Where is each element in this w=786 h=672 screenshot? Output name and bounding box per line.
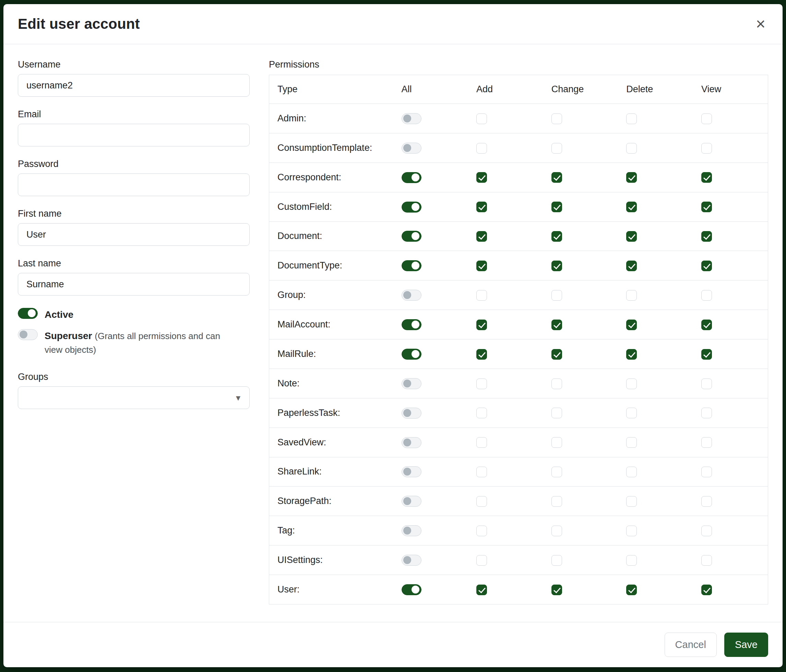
- permission-add-checkbox[interactable]: [476, 143, 487, 154]
- permission-add-checkbox[interactable]: [476, 466, 487, 477]
- superuser-toggle[interactable]: [18, 329, 38, 340]
- permission-change-checkbox[interactable]: [552, 261, 562, 271]
- permission-delete-checkbox[interactable]: [626, 378, 637, 389]
- active-toggle[interactable]: [18, 308, 38, 319]
- permission-delete-checkbox[interactable]: [626, 231, 637, 242]
- permission-change-checkbox[interactable]: [552, 555, 562, 566]
- permission-all-toggle[interactable]: [402, 496, 421, 507]
- permission-delete-checkbox[interactable]: [626, 584, 637, 595]
- permission-add-checkbox[interactable]: [476, 261, 487, 271]
- permission-add-checkbox[interactable]: [476, 496, 487, 507]
- permission-delete-checkbox[interactable]: [626, 496, 637, 507]
- permission-add-checkbox[interactable]: [476, 290, 487, 301]
- permission-add-checkbox[interactable]: [476, 584, 487, 595]
- permission-all-toggle[interactable]: [402, 378, 421, 389]
- permission-add-checkbox[interactable]: [476, 349, 487, 360]
- permission-add-checkbox[interactable]: [476, 526, 487, 536]
- permission-change-checkbox[interactable]: [552, 143, 562, 154]
- permission-view-checkbox[interactable]: [701, 466, 712, 477]
- permission-change-checkbox[interactable]: [552, 172, 562, 183]
- username-input[interactable]: [18, 74, 250, 97]
- last-name-field[interactable]: [18, 273, 250, 295]
- groups-select[interactable]: ▾: [18, 386, 250, 409]
- permission-all-toggle[interactable]: [402, 260, 421, 271]
- permission-view-checkbox[interactable]: [701, 584, 712, 595]
- permission-delete-checkbox[interactable]: [626, 261, 637, 271]
- permission-delete-checkbox[interactable]: [626, 437, 637, 448]
- permission-change-checkbox[interactable]: [552, 290, 562, 301]
- permission-delete-checkbox[interactable]: [626, 526, 637, 536]
- password-field[interactable]: [18, 173, 250, 196]
- permission-view-checkbox[interactable]: [701, 555, 712, 566]
- permission-all-toggle[interactable]: [402, 231, 421, 242]
- table-row: PaperlessTask:: [269, 398, 768, 427]
- permission-change-checkbox[interactable]: [552, 437, 562, 448]
- permission-delete-checkbox[interactable]: [626, 172, 637, 183]
- permission-all-toggle[interactable]: [402, 172, 421, 183]
- permission-all-toggle[interactable]: [402, 143, 421, 154]
- permission-all-toggle[interactable]: [402, 290, 421, 301]
- permission-add-checkbox[interactable]: [476, 172, 487, 183]
- permission-all-toggle[interactable]: [402, 466, 421, 477]
- permission-view-checkbox[interactable]: [701, 202, 712, 212]
- permission-delete-checkbox[interactable]: [626, 202, 637, 212]
- permission-all-toggle[interactable]: [402, 525, 421, 536]
- permission-view-checkbox[interactable]: [701, 143, 712, 154]
- permission-change-checkbox[interactable]: [552, 584, 562, 595]
- permission-add-checkbox[interactable]: [476, 378, 487, 389]
- permission-all-toggle[interactable]: [402, 113, 421, 124]
- permission-view-checkbox[interactable]: [701, 526, 712, 536]
- permission-view-checkbox[interactable]: [701, 113, 712, 124]
- permission-delete-checkbox[interactable]: [626, 320, 637, 330]
- permission-view-checkbox[interactable]: [701, 349, 712, 360]
- permission-change-checkbox[interactable]: [552, 408, 562, 418]
- email-field[interactable]: [18, 124, 250, 146]
- permission-all-toggle[interactable]: [402, 349, 421, 360]
- permission-change-checkbox[interactable]: [552, 526, 562, 536]
- permission-delete-checkbox[interactable]: [626, 143, 637, 154]
- permission-view-checkbox[interactable]: [701, 320, 712, 330]
- permission-delete-checkbox[interactable]: [626, 349, 637, 360]
- permission-view-checkbox[interactable]: [701, 437, 712, 448]
- permission-change-checkbox[interactable]: [552, 349, 562, 360]
- permission-all-toggle[interactable]: [402, 319, 421, 330]
- permission-change-checkbox[interactable]: [552, 496, 562, 507]
- permission-add-checkbox[interactable]: [476, 320, 487, 330]
- permission-view-checkbox[interactable]: [701, 231, 712, 242]
- permission-add-checkbox[interactable]: [476, 437, 487, 448]
- permission-all-toggle[interactable]: [402, 555, 421, 566]
- first-name-field[interactable]: [18, 223, 250, 246]
- permission-change-checkbox[interactable]: [552, 202, 562, 212]
- permission-view-checkbox[interactable]: [701, 496, 712, 507]
- permission-change-checkbox[interactable]: [552, 466, 562, 477]
- permission-view-checkbox[interactable]: [701, 378, 712, 389]
- permission-view-checkbox[interactable]: [701, 261, 712, 271]
- close-icon[interactable]: ×: [753, 14, 768, 34]
- permission-change-checkbox[interactable]: [552, 231, 562, 242]
- permission-change-checkbox[interactable]: [552, 113, 562, 124]
- permission-add-checkbox[interactable]: [476, 113, 487, 124]
- permission-view-checkbox[interactable]: [701, 172, 712, 183]
- permission-delete-checkbox[interactable]: [626, 408, 637, 418]
- permission-view-checkbox[interactable]: [701, 408, 712, 418]
- permission-delete-checkbox[interactable]: [626, 555, 637, 566]
- permission-add-checkbox[interactable]: [476, 231, 487, 242]
- permission-view-checkbox[interactable]: [701, 290, 712, 301]
- permission-add-checkbox[interactable]: [476, 202, 487, 212]
- permissions-label: Permissions: [269, 59, 768, 70]
- permission-type: Admin:: [269, 104, 393, 133]
- permission-add-checkbox[interactable]: [476, 408, 487, 418]
- permission-all-toggle[interactable]: [402, 584, 421, 595]
- permission-all-toggle[interactable]: [402, 202, 421, 213]
- cancel-button[interactable]: Cancel: [665, 633, 717, 657]
- permission-delete-checkbox[interactable]: [626, 113, 637, 124]
- permission-add-checkbox[interactable]: [476, 555, 487, 566]
- save-button[interactable]: Save: [724, 633, 768, 657]
- permission-change-checkbox[interactable]: [552, 378, 562, 389]
- permission-delete-checkbox[interactable]: [626, 466, 637, 477]
- permission-delete-checkbox[interactable]: [626, 290, 637, 301]
- permission-all-toggle[interactable]: [402, 408, 421, 419]
- superuser-text: Superuser (Grants all permissions and ca…: [45, 329, 237, 356]
- permission-all-toggle[interactable]: [402, 437, 421, 448]
- permission-change-checkbox[interactable]: [552, 320, 562, 330]
